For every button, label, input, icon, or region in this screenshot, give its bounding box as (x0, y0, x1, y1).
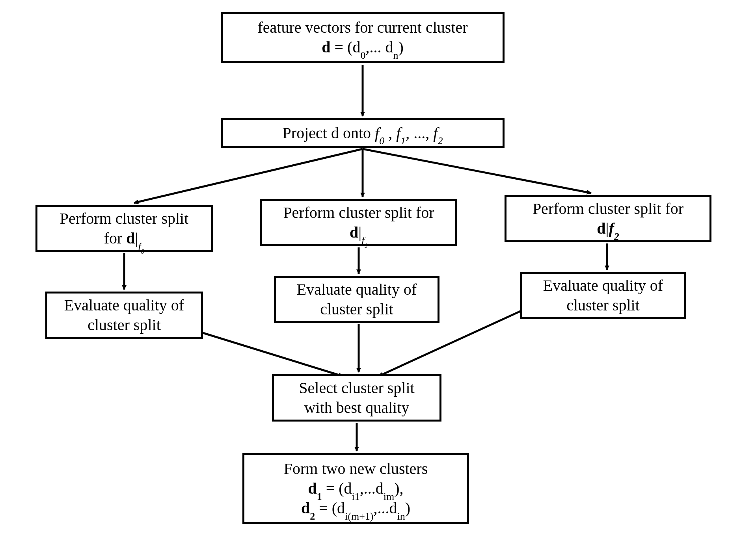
split-f2-line2: d|f2 (597, 219, 619, 238)
box-split-f2: Perform cluster split for d|f2 (505, 195, 711, 242)
form-l1: Form two new clusters (284, 459, 428, 479)
eval2-l2: cluster split (566, 295, 640, 315)
feature-line1: feature vectors for current cluster (257, 18, 467, 37)
split-f0-line1: Perform cluster split (60, 209, 189, 228)
select-l2: with best quality (304, 398, 410, 418)
box-eval-f1: Evaluate quality of cluster split (274, 276, 439, 323)
feature-line2: d = (d0,... dn) (322, 37, 403, 57)
eval2-l1: Evaluate quality of (543, 276, 663, 295)
split-f0-line2: for d|f0 (104, 228, 145, 248)
box-project: Project d onto f0 , f1, ..., f2 (221, 118, 505, 148)
eval0-l2: cluster split (88, 315, 161, 335)
box-eval-f2: Evaluate quality of cluster split (520, 272, 686, 319)
eval1-l2: cluster split (320, 299, 393, 319)
svg-line-7 (203, 333, 343, 376)
select-l1: Select cluster split (299, 378, 414, 398)
split-f1-line2: d|f1 (350, 223, 368, 242)
box-eval-f0: Evaluate quality of cluster split (45, 292, 203, 339)
box-select-best: Select cluster split with best quality (272, 374, 441, 422)
split-f2-line1: Perform cluster split for (533, 199, 683, 219)
project-line: Project d onto f0 , f1, ..., f2 (283, 123, 443, 143)
split-f1-line1: Perform cluster split for (283, 203, 434, 223)
eval1-l1: Evaluate quality of (297, 280, 417, 299)
box-feature-vectors: feature vectors for current cluster d = … (221, 12, 505, 63)
box-split-f1: Perform cluster split for d|f1 (260, 199, 457, 246)
svg-line-3 (363, 149, 591, 193)
box-split-f0: Perform cluster split for d|f0 (35, 205, 213, 252)
eval0-l1: Evaluate quality of (64, 295, 184, 315)
svg-line-1 (134, 149, 363, 203)
form-l2: d1 = (di1,...dim), (308, 479, 403, 498)
box-form-clusters: Form two new clusters d1 = (di1,...dim),… (242, 453, 469, 524)
